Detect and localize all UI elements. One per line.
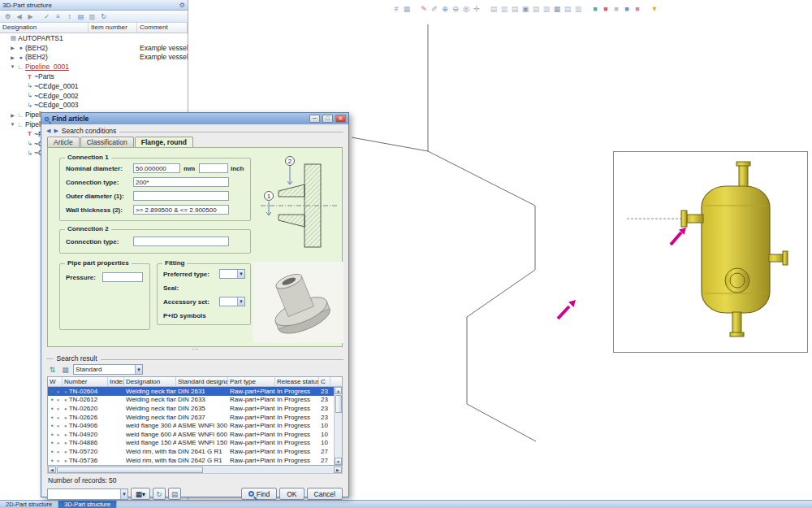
- result-row[interactable]: TN-05736 Weld rim, with flan DIN 2642 G …: [48, 456, 342, 465]
- tree-item[interactable]: ▼ Pipeline_0001: [0, 62, 188, 72]
- sort-result-icon[interactable]: ⇅: [47, 365, 58, 375]
- nominal-diameter-inch-field[interactable]: [199, 163, 228, 173]
- column-designation[interactable]: Designation: [0, 23, 89, 33]
- cancel-button[interactable]: Cancel: [307, 488, 343, 500]
- connection-type-field[interactable]: 200*: [133, 177, 229, 187]
- zoom-window-icon[interactable]: ◎: [461, 3, 471, 14]
- col-number[interactable]: Number: [63, 377, 108, 386]
- expander-icon[interactable]: ▶: [9, 112, 16, 118]
- refresh-button[interactable]: ↻: [153, 488, 166, 500]
- view-options-button[interactable]: ▦▾: [131, 488, 150, 500]
- result-vertical-scrollbar[interactable]: ▲ ▼: [334, 387, 342, 465]
- expander-icon[interactable]: ▶: [9, 45, 16, 50]
- tree-item[interactable]: ~CEdge_0002: [0, 91, 188, 101]
- view-gray-icon[interactable]: ■: [611, 3, 621, 14]
- measure-icon[interactable]: ✎: [419, 3, 429, 14]
- scroll-right-icon[interactable]: ▶: [334, 467, 342, 473]
- tree-item[interactable]: AUTOPARTS1: [0, 33, 188, 43]
- sheet-8-icon[interactable]: ▤: [563, 3, 572, 14]
- wall-thickness-field[interactable]: >= 2.899500 & <= 2.900500: [133, 205, 229, 215]
- sep-1[interactable]: [37, 11, 41, 21]
- close-button[interactable]: ✕: [335, 115, 346, 123]
- scroll-up-icon[interactable]: ▲: [335, 387, 342, 394]
- sheet-9-icon[interactable]: ▥: [573, 3, 583, 14]
- result-filter-combo[interactable]: Standard ▼: [73, 364, 143, 375]
- sketch-icon[interactable]: #: [391, 3, 401, 14]
- column-comment[interactable]: Comment: [137, 23, 188, 33]
- tree-item[interactable]: ▶ (BEH2) Example vessel 2: [0, 43, 188, 53]
- view-red-icon[interactable]: ■: [601, 3, 611, 14]
- expander-icon[interactable]: ▼: [9, 64, 16, 69]
- accessory-set-combo[interactable]: ▼: [219, 297, 245, 306]
- outer-diameter-field[interactable]: [133, 191, 229, 201]
- tree-item[interactable]: ~Parts: [0, 72, 188, 81]
- result-row[interactable]: TN-04886 weld flange 150 AS ASME WNFI 15…: [48, 439, 342, 448]
- sep-b[interactable]: [482, 3, 488, 14]
- col-standard-designation[interactable]: Standard designation: [176, 377, 228, 386]
- view-teal-icon[interactable]: ■: [590, 3, 600, 14]
- sort-icon[interactable]: ↕: [64, 11, 75, 21]
- back-icon[interactable]: ◀: [14, 11, 24, 21]
- sep-d[interactable]: [643, 3, 649, 14]
- refresh-icon[interactable]: ↻: [98, 11, 109, 21]
- forward-icon[interactable]: ▶: [25, 11, 36, 21]
- column-item-number[interactable]: Item number: [89, 23, 137, 33]
- ok-button[interactable]: OK: [279, 488, 304, 500]
- list-icon[interactable]: ≡: [53, 11, 63, 21]
- result-row[interactable]: TN-02626 Welding neck flange DIN 2637 Ra…: [48, 413, 342, 422]
- zoom-in-icon[interactable]: ⊕: [440, 3, 450, 14]
- condition-tab[interactable]: Classification: [80, 137, 134, 147]
- pressure-field[interactable]: [102, 272, 143, 282]
- connection2-type-field[interactable]: [133, 237, 229, 246]
- col-w[interactable]: W: [48, 377, 63, 386]
- view-blue-icon[interactable]: ■: [622, 3, 632, 14]
- nominal-diameter-field[interactable]: 50.000000: [133, 163, 180, 173]
- col-index[interactable]: Index: [108, 377, 124, 386]
- maximize-button[interactable]: □: [322, 115, 333, 123]
- result-row[interactable]: TN-02612 Welding neck flange DIN 2633 Ra…: [48, 396, 342, 405]
- sheet-4-icon[interactable]: ▣: [520, 3, 530, 14]
- sheet-2-icon[interactable]: ▥: [499, 3, 509, 14]
- tree-item[interactable]: ~CEdge_0003: [0, 101, 188, 111]
- sheet-6-icon[interactable]: ▥: [542, 3, 551, 14]
- view-pink-icon[interactable]: ■: [633, 3, 642, 14]
- condition-tab[interactable]: Flange, round: [135, 137, 193, 147]
- conditions-forward-icon[interactable]: ▶: [54, 128, 58, 134]
- sheet-3-icon[interactable]: ▤: [510, 3, 520, 14]
- result-row[interactable]: TN-05720 Weld rim, with flan DIN 2641 G …: [48, 447, 342, 456]
- check-icon[interactable]: ✓: [41, 11, 52, 21]
- sep-a[interactable]: [412, 3, 418, 14]
- expander-icon[interactable]: ▼: [9, 122, 16, 127]
- print-button[interactable]: ▤: [168, 488, 181, 500]
- settings-icon[interactable]: ⚙: [2, 11, 13, 21]
- preferred-type-combo[interactable]: ▼: [219, 269, 245, 279]
- result-row[interactable]: TN-04906 weld flange 300 AS ASME WNFI 30…: [48, 421, 342, 430]
- col-part-type[interactable]: Part type: [228, 377, 275, 386]
- columns-icon[interactable]: ▥: [87, 11, 97, 21]
- grid-icon[interactable]: ▦: [402, 3, 412, 14]
- filter-funnel-icon[interactable]: ▼: [650, 3, 659, 14]
- zoom-out-icon[interactable]: ⊖: [451, 3, 460, 14]
- filter-result-icon[interactable]: ▦: [60, 365, 71, 375]
- condition-tab[interactable]: Article: [47, 137, 80, 147]
- col-c[interactable]: C: [319, 377, 330, 386]
- tree-view-icon[interactable]: ▤: [76, 11, 86, 21]
- tree-item[interactable]: ~CEdge_0001: [0, 81, 188, 91]
- col-designation[interactable]: Designation: [124, 377, 176, 386]
- sheet-1-icon[interactable]: ▤: [489, 3, 499, 14]
- minimize-button[interactable]: ─: [309, 115, 320, 123]
- col-release-status[interactable]: Release status: [275, 377, 319, 386]
- conditions-back-icon[interactable]: ◀: [46, 128, 50, 134]
- dialog-title-bar[interactable]: Find article ─ □ ✕: [41, 113, 348, 124]
- panel-settings-icon[interactable]: ⚙: [179, 2, 185, 9]
- find-button[interactable]: Find: [241, 488, 278, 500]
- pan-icon[interactable]: ✛: [472, 3, 482, 14]
- tree-item[interactable]: ▶ (BEH2) Example vessel 2: [0, 53, 188, 63]
- scroll-left-icon[interactable]: ◀: [48, 467, 56, 473]
- result-row[interactable]: TN-02604 Welding neck flange DIN 2631 Ra…: [48, 387, 342, 396]
- result-row[interactable]: TN-02620 Welding neck flange DIN 2635 Ra…: [48, 404, 342, 413]
- sep-c[interactable]: [584, 3, 590, 14]
- scroll-down-icon[interactable]: ▼: [335, 458, 342, 465]
- scroll-thumb[interactable]: [57, 467, 203, 473]
- annotate-icon[interactable]: ✐: [430, 3, 439, 14]
